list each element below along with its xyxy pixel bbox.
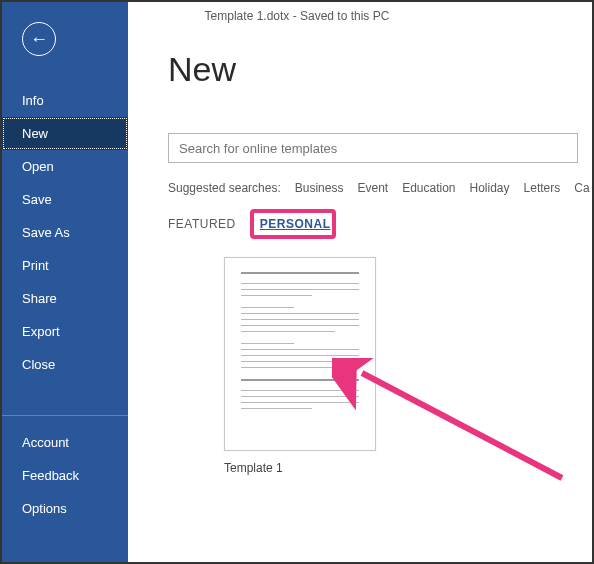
sidebar-item-save-as[interactable]: Save As: [2, 216, 128, 249]
sidebar-item-share[interactable]: Share: [2, 282, 128, 315]
suggested-letters[interactable]: Letters: [524, 181, 561, 195]
sidebar-item-new[interactable]: New: [2, 117, 128, 150]
sidebar-item-account[interactable]: Account: [2, 426, 128, 459]
sidebar-item-options[interactable]: Options: [2, 492, 128, 525]
suggested-education[interactable]: Education: [402, 181, 455, 195]
search-input[interactable]: [179, 141, 567, 156]
sidebar-item-feedback[interactable]: Feedback: [2, 459, 128, 492]
template-thumbnail[interactable]: [224, 257, 376, 451]
tab-featured[interactable]: FEATURED: [168, 217, 236, 231]
sidebar-menu: Info New Open Save Save As Print Share E…: [2, 84, 128, 525]
suggested-business[interactable]: Business: [295, 181, 344, 195]
sidebar-item-export[interactable]: Export: [2, 315, 128, 348]
sidebar-divider: [2, 415, 128, 426]
suggested-searches: Suggested searches: Business Event Educa…: [168, 181, 592, 195]
sidebar-item-open[interactable]: Open: [2, 150, 128, 183]
back-arrow-icon: ←: [30, 29, 48, 50]
suggested-event[interactable]: Event: [357, 181, 388, 195]
tab-personal[interactable]: PERSONAL: [260, 217, 331, 231]
template-search[interactable]: [168, 133, 578, 163]
new-page: New Suggested searches: Business Event E…: [128, 2, 592, 562]
templates-grid: Template 1: [224, 257, 592, 475]
template-name: Template 1: [224, 461, 592, 475]
sidebar-item-close[interactable]: Close: [2, 348, 128, 381]
document-preview-icon: [241, 272, 359, 409]
suggested-more[interactable]: Ca: [574, 181, 589, 195]
suggested-holiday[interactable]: Holiday: [470, 181, 510, 195]
template-tabs: FEATURED PERSONAL: [168, 217, 592, 231]
page-title: New: [168, 50, 592, 89]
sidebar-item-print[interactable]: Print: [2, 249, 128, 282]
sidebar-item-save[interactable]: Save: [2, 183, 128, 216]
backstage-sidebar: ← Info New Open Save Save As Print Share…: [2, 2, 128, 562]
title-bar: Template 1.dotx - Saved to this PC: [2, 2, 592, 30]
sidebar-item-info[interactable]: Info: [2, 84, 128, 117]
title-text: Template 1.dotx - Saved to this PC: [205, 9, 390, 23]
suggested-label: Suggested searches:: [168, 181, 281, 195]
